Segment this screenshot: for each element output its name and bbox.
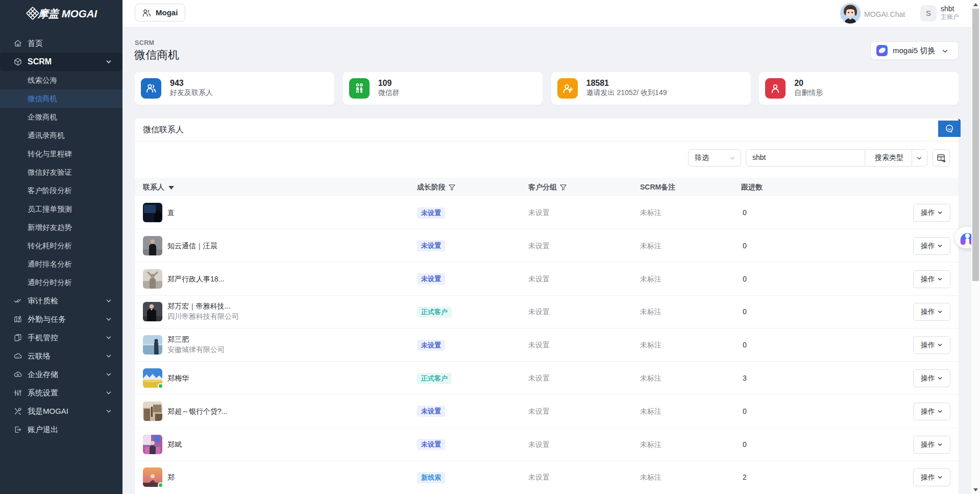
svg-text:摩盖 MOGAI: 摩盖 MOGAI — [37, 8, 97, 19]
